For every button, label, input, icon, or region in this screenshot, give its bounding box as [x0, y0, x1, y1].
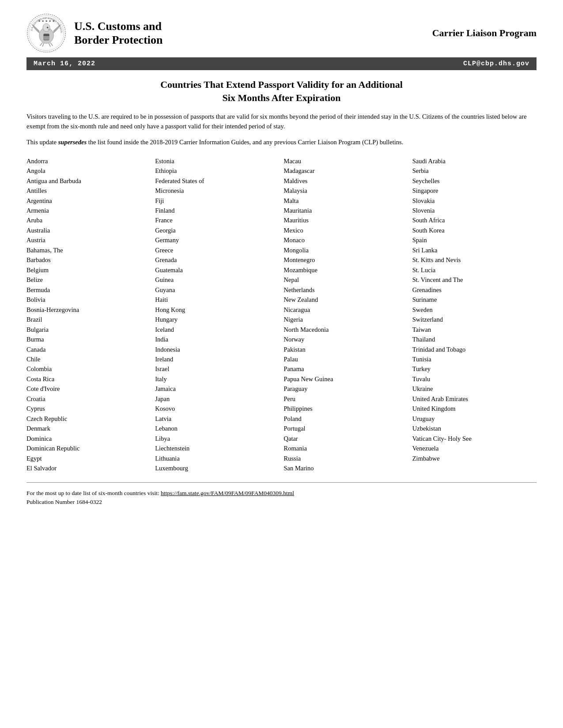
list-item: Bahamas, The: [26, 245, 151, 255]
list-item: Grenada: [155, 255, 279, 265]
list-item: Nicaragua: [284, 305, 408, 315]
list-item: Costa Rica: [26, 374, 151, 384]
list-item: South Africa: [412, 215, 537, 225]
para2-post: the list found inside the 2018-2019 Carr…: [87, 139, 403, 146]
list-item: United Kingdom: [412, 404, 537, 413]
svg-point-3: [43, 23, 50, 31]
list-item: Hong Kong: [155, 305, 279, 315]
list-item: Lebanon: [155, 424, 279, 433]
list-item: Angola: [26, 166, 151, 176]
list-item: Dominican Republic: [26, 443, 151, 453]
list-item: Panama: [284, 364, 408, 374]
list-item: Nigeria: [284, 315, 408, 324]
list-item: India: [155, 334, 279, 344]
list-item: Argentina: [26, 196, 151, 206]
list-item: Venezuela: [412, 443, 537, 453]
list-item: El Salvador: [26, 463, 151, 473]
list-item: Qatar: [284, 434, 408, 443]
agency-line2: Border Protection: [74, 33, 162, 47]
list-item: Ukraine: [412, 384, 537, 394]
header-left: ★ ★ ★ ★ ★ U.S. CUSTOMS AND BORDER PROTEC…: [26, 13, 162, 53]
list-item: Macau: [284, 156, 408, 166]
list-item: Nepal: [284, 275, 408, 285]
list-item: Grenadines: [412, 285, 537, 295]
email-label: CLP@cbp.dhs.gov: [463, 60, 529, 68]
list-item: Maldives: [284, 176, 408, 186]
list-item: Vatican City- Holy See: [412, 434, 537, 443]
list-item: Armenia: [26, 206, 151, 215]
list-item: Colombia: [26, 364, 151, 374]
country-col-4: Saudi ArabiaSerbiaSeychellesSingaporeSlo…: [412, 156, 537, 473]
list-item: Japan: [155, 394, 279, 404]
list-item: South Korea: [412, 225, 537, 235]
list-item: Switzerland: [412, 315, 537, 324]
date-label: March 16, 2022: [34, 60, 95, 68]
list-item: Montenegro: [284, 255, 408, 265]
svg-rect-8: [44, 38, 49, 38]
list-item: Thailand: [412, 334, 537, 344]
document-title: Countries That Extend Passport Validity …: [26, 78, 537, 104]
list-item: Sweden: [412, 305, 537, 315]
list-item: Croatia: [26, 394, 151, 404]
para2-pre: This update: [26, 139, 58, 146]
list-item: North Macedonia: [284, 325, 408, 334]
list-item: St. Kitts and Nevis: [412, 255, 537, 265]
list-item: Liechtenstein: [155, 443, 279, 453]
list-item: Malta: [284, 196, 408, 206]
list-item: Serbia: [412, 166, 537, 176]
list-item: Suriname: [412, 295, 537, 304]
list-item: Bulgaria: [26, 325, 151, 334]
list-item: Barbados: [26, 255, 151, 265]
list-item: Portugal: [284, 424, 408, 433]
svg-rect-9: [44, 39, 49, 40]
list-item: Hungary: [155, 315, 279, 324]
header-right: Carrier Liaison Program: [432, 27, 537, 39]
para2-bold: supersedes: [58, 139, 87, 146]
list-item: Canada: [26, 345, 151, 354]
list-item: Antigua and Barbuda: [26, 176, 151, 186]
list-item: Slovakia: [412, 196, 537, 206]
program-title: Carrier Liaison Program: [432, 27, 537, 39]
list-item: Germany: [155, 235, 279, 245]
list-item: Burma: [26, 334, 151, 344]
list-item: Aruba: [26, 215, 151, 225]
list-item: Haiti: [155, 295, 279, 304]
list-item: Andorra: [26, 156, 151, 166]
list-item: Denmark: [26, 424, 151, 433]
list-item: Russia: [284, 454, 408, 463]
list-item: Iceland: [155, 325, 279, 334]
list-item: Trinidad and Tobago: [412, 345, 537, 354]
list-item: Israel: [155, 364, 279, 374]
list-item: Slovenia: [412, 206, 537, 215]
svg-line-10: [40, 43, 42, 46]
footer: For the most up to date list of six-mont…: [26, 489, 537, 507]
list-item: Italy: [155, 374, 279, 384]
list-item: Mongolia: [284, 245, 408, 255]
list-item: United Arab Emirates: [412, 394, 537, 404]
list-item: Peru: [284, 394, 408, 404]
list-item: Zimbabwe: [412, 454, 537, 463]
list-item: Mauritania: [284, 206, 408, 215]
list-item: Mauritius: [284, 215, 408, 225]
footer-link[interactable]: https://fam.state.gov/FAM/09FAM/09FAM040…: [161, 490, 294, 496]
list-item: Federated States of: [155, 176, 279, 186]
list-item: Guinea: [155, 275, 279, 285]
footer-text-pre: For the most up to date list of six-mont…: [26, 490, 161, 496]
list-item: Australia: [26, 225, 151, 235]
info-bar: March 16, 2022 CLP@cbp.dhs.gov: [26, 57, 537, 70]
svg-point-4: [47, 27, 49, 29]
list-item: Luxembourg: [155, 463, 279, 473]
publication-number: Publication Number 1684-0322: [26, 499, 102, 505]
list-item: Turkey: [412, 364, 537, 374]
list-item: Malaysia: [284, 186, 408, 195]
list-item: Taiwan: [412, 325, 537, 334]
list-item: Bosnia-Herzegovina: [26, 305, 151, 315]
list-item: Sri Lanka: [412, 245, 537, 255]
countries-grid: AndorraAngolaAntigua and BarbudaAntilles…: [26, 156, 537, 473]
svg-rect-6: [44, 34, 49, 36]
list-item: Czech Republic: [26, 414, 151, 424]
list-item: Belize: [26, 275, 151, 285]
list-item: Mozambique: [284, 265, 408, 275]
list-item: Madagascar: [284, 166, 408, 176]
list-item: Dominica: [26, 434, 151, 443]
